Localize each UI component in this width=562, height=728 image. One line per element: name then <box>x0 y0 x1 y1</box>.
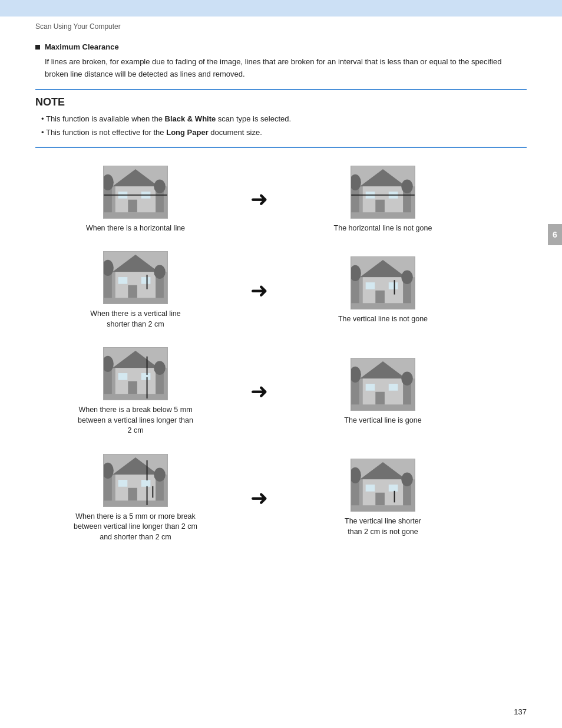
svg-rect-53 <box>118 373 128 380</box>
svg-rect-28 <box>128 285 137 298</box>
top-bar <box>0 0 562 17</box>
house-image-left-3 <box>103 347 168 400</box>
caption-left-4: When there is a 5 mm or more breakbetwee… <box>74 512 197 543</box>
note-title: NOTE <box>35 96 527 108</box>
svg-rect-52 <box>128 381 137 394</box>
svg-rect-76 <box>128 487 137 500</box>
arrow-icon-1: ➜ <box>250 187 268 212</box>
diagrams-area: When there is a horizontal line ➜ <box>35 166 527 555</box>
svg-rect-77 <box>118 480 128 487</box>
section-description: If lines are broken, for example due to … <box>45 56 527 81</box>
svg-point-82 <box>154 467 166 481</box>
diagram-row-4: When there is a 5 mm or more breakbetwee… <box>47 454 515 543</box>
svg-rect-91 <box>366 485 375 492</box>
arrow-1: ➜ <box>224 187 295 212</box>
caption-left-3: When there is a break below 5 mmbetween … <box>78 405 193 436</box>
section-title: Maximum Clearance <box>45 42 119 51</box>
caption-right-2: The vertical line is not gone <box>338 314 428 325</box>
svg-rect-65 <box>375 391 385 404</box>
diagram-right-1: The horizontal line is not gone <box>295 166 471 234</box>
breadcrumb: Scan Using Your Computer <box>0 17 562 37</box>
svg-rect-29 <box>118 277 128 284</box>
svg-rect-90 <box>375 493 385 506</box>
chapter-tab: 6 <box>548 224 562 245</box>
diagram-left-4: When there is a 5 mm or more breakbetwee… <box>47 454 224 543</box>
page-number: 137 <box>514 707 527 716</box>
main-content: Maximum Clearance If lines are broken, f… <box>0 37 562 578</box>
house-image-right-1 <box>351 166 415 219</box>
svg-rect-66 <box>366 384 375 391</box>
note-item-1: This function is available when the Blac… <box>41 113 527 125</box>
house-image-left-1 <box>103 166 168 219</box>
diagram-right-4: The vertical line shorterthan 2 cm is no… <box>295 459 471 537</box>
svg-rect-4 <box>128 199 137 212</box>
arrow-icon-2: ➜ <box>250 278 268 303</box>
svg-rect-30 <box>141 277 151 284</box>
svg-point-96 <box>401 473 413 486</box>
diagram-left-3: When there is a break below 5 mmbetween … <box>47 347 224 436</box>
diagram-right-2: The vertical line is not gone <box>295 256 471 325</box>
house-image-left-4 <box>103 454 168 507</box>
svg-rect-92 <box>389 485 398 492</box>
note-item-2: This function is not effective for the L… <box>41 127 527 139</box>
arrow-3: ➜ <box>224 379 295 404</box>
house-image-right-4 <box>351 459 415 512</box>
caption-right-4: The vertical line shorterthan 2 cm is no… <box>345 516 421 537</box>
arrow-2: ➜ <box>224 278 295 303</box>
arrow-icon-3: ➜ <box>250 379 268 404</box>
svg-point-34 <box>154 265 166 279</box>
section-title-row: Maximum Clearance <box>35 42 527 51</box>
diagram-right-3: The vertical line is gone <box>295 358 471 426</box>
caption-right-3: The vertical line is gone <box>344 416 421 426</box>
svg-rect-40 <box>375 291 385 304</box>
house-image-left-2 <box>103 251 168 304</box>
svg-rect-67 <box>389 384 398 391</box>
caption-left-1: When there is a horizontal line <box>86 223 185 234</box>
diagram-row-1: When there is a horizontal line ➜ <box>47 166 515 234</box>
arrow-4: ➜ <box>224 486 295 510</box>
bullet-icon <box>35 45 40 50</box>
house-image-right-3 <box>351 358 415 411</box>
svg-rect-54 <box>141 373 151 380</box>
house-image-right-2 <box>351 256 415 309</box>
diagram-row-2: When there is a vertical lineshorter tha… <box>47 251 515 330</box>
svg-point-58 <box>154 361 166 375</box>
svg-rect-42 <box>389 282 398 289</box>
svg-point-46 <box>401 270 413 284</box>
note-box: NOTE This function is available when the… <box>35 89 527 148</box>
svg-point-71 <box>401 371 413 385</box>
caption-right-1: The horizontal line is not gone <box>334 223 432 234</box>
svg-point-10 <box>154 179 166 193</box>
svg-rect-78 <box>141 480 151 487</box>
arrow-icon-4: ➜ <box>250 486 268 510</box>
svg-point-22 <box>401 179 413 193</box>
diagram-left-1: When there is a horizontal line <box>47 166 224 234</box>
diagram-row-3: When there is a break below 5 mmbetween … <box>47 347 515 436</box>
caption-left-2: When there is a vertical lineshorter tha… <box>90 309 181 330</box>
svg-rect-41 <box>366 282 375 289</box>
diagram-left-2: When there is a vertical lineshorter tha… <box>47 251 224 330</box>
svg-rect-16 <box>375 199 385 212</box>
